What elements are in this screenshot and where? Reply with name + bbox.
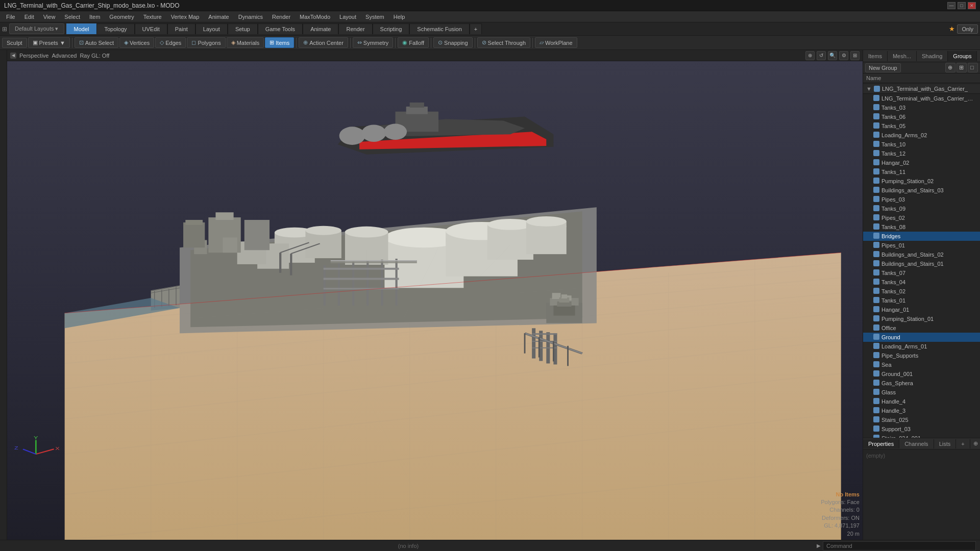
menu-layout[interactable]: Layout <box>335 13 360 21</box>
tree-item[interactable]: Pipes_01 <box>863 241 980 250</box>
menu-dynamics[interactable]: Dynamics <box>234 13 267 21</box>
tree-item[interactable]: Buildings_and_Stairs_03 <box>863 186 980 195</box>
tree-item[interactable]: Ground <box>863 333 980 342</box>
vp-tool-2[interactable]: ↺ <box>817 51 826 60</box>
sculpt-button[interactable]: Sculpt <box>2 38 27 48</box>
materials-button[interactable]: ◈ Materials <box>227 37 264 48</box>
menu-item[interactable]: Item <box>85 13 104 21</box>
tab-items[interactable]: Items <box>863 51 888 61</box>
advanced-label[interactable]: Advanced <box>52 53 77 59</box>
minimize-button[interactable]: — <box>947 2 955 9</box>
tab-paint[interactable]: Paint <box>167 23 195 34</box>
action-center-button[interactable]: ⊕ Action Center <box>299 37 348 48</box>
menu-help[interactable]: Help <box>389 13 409 21</box>
falloff-button[interactable]: ◉ Falloff <box>398 37 429 48</box>
rt-icon-2[interactable]: ⊞ <box>957 63 967 72</box>
presets-button[interactable]: ▣ Presets ▼ <box>28 37 70 48</box>
default-layouts-button[interactable]: Default Layouts ▾ <box>9 23 64 34</box>
menu-vertex-map[interactable]: Vertex Map <box>167 13 204 21</box>
tree-item[interactable]: Stairs_024_001 <box>863 434 980 438</box>
menu-view[interactable]: View <box>39 13 60 21</box>
rt-icon-1[interactable]: ⊕ <box>945 63 955 72</box>
tree-item[interactable]: Tanks_07 <box>863 268 980 278</box>
props-icon-1[interactable]: ⊕ <box>971 439 980 448</box>
tab-add-prop[interactable]: + <box>956 439 970 448</box>
tree-item[interactable]: Tanks_08 <box>863 222 980 232</box>
tree-item[interactable]: Tanks_01 <box>863 296 980 305</box>
rt-icon-3[interactable]: □ <box>968 63 978 72</box>
tree-item[interactable]: Pipe_Supports <box>863 351 980 360</box>
viewport-3d[interactable]: X Y Z <box>7 61 863 540</box>
menu-geometry[interactable]: Geometry <box>105 13 138 21</box>
tab-model[interactable]: Model <box>66 23 97 34</box>
close-button[interactable]: ✕ <box>968 2 976 9</box>
tree-item[interactable]: Tanks_05 <box>863 121 980 131</box>
scene-tree[interactable]: ▼ LNG_Terminal_with_Gas_Carrier_ LNG_Ter… <box>863 83 980 438</box>
vp-expand-button[interactable]: ⊞ <box>850 51 860 60</box>
tree-item[interactable]: Pipes_02 <box>863 213 980 222</box>
tree-item[interactable]: Support_03 <box>863 424 980 434</box>
tree-item[interactable]: Handle_4 <box>863 397 980 406</box>
tree-item[interactable]: Tanks_04 <box>863 278 980 287</box>
perspective-label[interactable]: Perspective <box>19 53 48 59</box>
tree-item[interactable]: Tanks_06 <box>863 112 980 121</box>
vp-tool-1[interactable]: ⊕ <box>805 51 815 60</box>
menu-system[interactable]: System <box>361 13 388 21</box>
vp-tool-3[interactable]: 🔍 <box>828 51 837 60</box>
tab-lists[interactable]: Lists <box>934 439 957 448</box>
tab-layout[interactable]: Layout <box>195 23 228 34</box>
tree-item[interactable]: Gas_Sphera <box>863 379 980 388</box>
tree-item[interactable]: Bridges <box>863 232 980 241</box>
tree-item[interactable]: Hangar_01 <box>863 305 980 314</box>
tree-item[interactable]: Hangar_02 <box>863 158 980 167</box>
menu-select[interactable]: Select <box>60 13 84 21</box>
tree-item[interactable]: LNG_Terminal_with_Gas_Carrier_Ship <box>863 94 980 103</box>
tab-add[interactable]: + <box>470 23 482 34</box>
symmetry-button[interactable]: ⇔ Symmetry <box>353 37 394 48</box>
tree-item[interactable]: Buildings_and_Stairs_02 <box>863 250 980 259</box>
tree-item[interactable]: Tanks_09 <box>863 204 980 213</box>
tree-item[interactable]: Sea <box>863 360 980 369</box>
menu-file[interactable]: File <box>2 13 19 21</box>
tree-item[interactable]: Buildings_and_Stairs_01 <box>863 259 980 268</box>
vertices-button[interactable]: ◈ Vertices <box>119 37 154 48</box>
tab-groups[interactable]: Groups <box>948 51 977 61</box>
tab-uvedit[interactable]: UVEdit <box>135 23 167 34</box>
menu-maxtomodo[interactable]: MaxToModo <box>296 13 334 21</box>
tab-properties[interactable]: Properties <box>863 439 899 448</box>
tree-item[interactable]: Stairs_025 <box>863 415 980 424</box>
tree-item[interactable]: Office <box>863 323 980 333</box>
tree-item[interactable]: Handle_3 <box>863 406 980 415</box>
polygons-button[interactable]: ◻ Polygons <box>187 37 225 48</box>
tree-item[interactable]: Tanks_03 <box>863 103 980 112</box>
tree-item[interactable]: Pumping_Station_02 <box>863 177 980 186</box>
viewport-nav-button[interactable]: ◀ <box>10 53 16 59</box>
tree-item[interactable]: Tanks_10 <box>863 140 980 149</box>
snapping-button[interactable]: ⊙ Snapping <box>433 37 473 48</box>
scene-root[interactable]: ▼ LNG_Terminal_with_Gas_Carrier_ <box>863 84 980 94</box>
tab-channels[interactable]: Channels <box>899 439 934 448</box>
tab-mesh[interactable]: Mesh... <box>888 51 917 61</box>
menu-texture[interactable]: Texture <box>139 13 166 21</box>
tab-topology[interactable]: Topology <box>96 23 134 34</box>
tree-item[interactable]: Tanks_02 <box>863 287 980 296</box>
tree-item[interactable]: Tanks_12 <box>863 149 980 158</box>
tree-item[interactable]: Pumping_Station_01 <box>863 314 980 323</box>
star-button[interactable]: ★ <box>949 25 955 33</box>
tree-item[interactable]: Loading_Arms_02 <box>863 131 980 140</box>
items-button[interactable]: ⊞ Items <box>265 37 294 48</box>
tree-item[interactable]: Glass <box>863 388 980 397</box>
workplane-button[interactable]: ▱ WorkPlane <box>535 37 577 48</box>
vp-tool-4[interactable]: ⚙ <box>839 51 848 60</box>
new-group-button[interactable]: New Group <box>865 63 901 72</box>
tab-setup[interactable]: Setup <box>228 23 258 34</box>
tab-schematic-fusion[interactable]: Schematic Fusion <box>409 23 469 34</box>
select-through-button[interactable]: ⊘ Select Through <box>477 37 530 48</box>
tab-game-tools[interactable]: Game Tools <box>258 23 303 34</box>
tab-render[interactable]: Render <box>338 23 372 34</box>
tree-item[interactable]: Loading_Arms_01 <box>863 342 980 351</box>
tree-item[interactable]: Tanks_11 <box>863 167 980 177</box>
ray-gl-label[interactable]: Ray GL: Off <box>80 53 109 59</box>
tab-images[interactable]: Images <box>977 51 980 61</box>
tab-scripting[interactable]: Scripting <box>373 23 410 34</box>
